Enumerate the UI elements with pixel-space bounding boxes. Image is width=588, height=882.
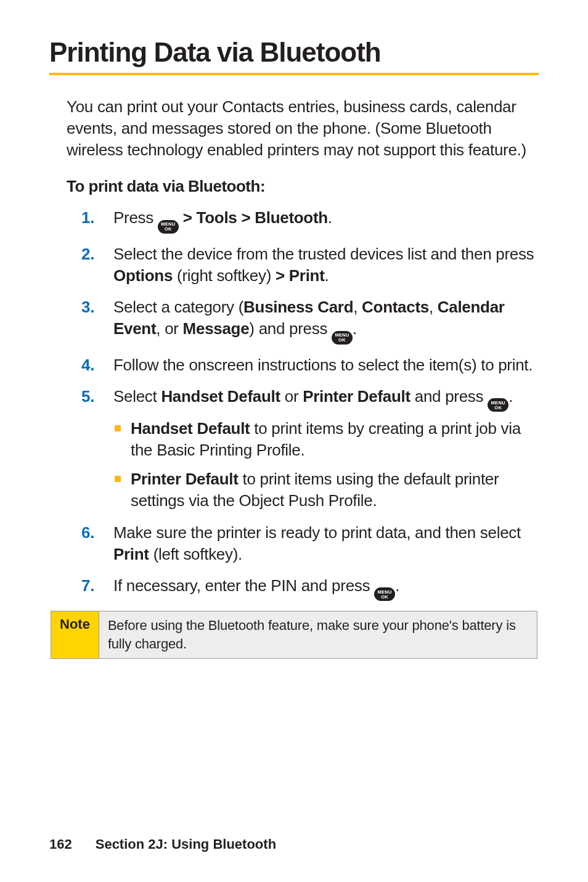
step-text: , bbox=[353, 298, 362, 316]
intro-paragraph: You can print out your Contacts entries,… bbox=[67, 96, 536, 161]
step-text: (left softkey). bbox=[149, 545, 242, 563]
step-text: Select bbox=[113, 387, 161, 406]
step-bold: Print bbox=[113, 545, 149, 563]
step-text: Select the device from the trusted devic… bbox=[113, 245, 534, 263]
step-text: . bbox=[508, 387, 513, 406]
step-1: Press MENUOK > Tools > Bluetooth. bbox=[81, 207, 539, 234]
page-number: 162 bbox=[49, 836, 72, 852]
sub-bold: Handset Default bbox=[131, 419, 250, 438]
step-3: Select a category (Business Card, Contac… bbox=[81, 296, 539, 345]
step-text: (right softkey) bbox=[173, 266, 276, 285]
note-body: Before using the Bluetooth feature, make… bbox=[99, 611, 537, 658]
sub-bold: Printer Default bbox=[131, 470, 239, 488]
note-label: Note bbox=[51, 611, 99, 658]
step-7: If necessary, enter the PIN and press ME… bbox=[81, 575, 539, 602]
step-bold: > Print bbox=[276, 266, 325, 285]
sub-list: Handset Default to print items by creati… bbox=[113, 418, 539, 512]
step-bold: Message bbox=[183, 319, 250, 338]
steps-list: Press MENUOK > Tools > Bluetooth. Select… bbox=[81, 207, 539, 601]
note-box: Note Before using the Bluetooth feature,… bbox=[51, 611, 537, 658]
step-6: Make sure the printer is ready to print … bbox=[81, 522, 539, 565]
step-text: . bbox=[325, 266, 329, 285]
step-text: ) and press bbox=[249, 319, 332, 338]
step-text: . bbox=[328, 208, 332, 227]
step-text: and press bbox=[410, 387, 488, 406]
step-text: If necessary, enter the PIN and press bbox=[113, 576, 374, 595]
page-footer: 162Section 2J: Using Bluetooth bbox=[49, 836, 276, 852]
section-label: Section 2J: Using Bluetooth bbox=[96, 836, 276, 852]
step-text: Follow the onscreen instructions to sele… bbox=[113, 356, 533, 374]
step-text: or bbox=[280, 387, 303, 406]
menu-ok-icon: MENUOK bbox=[374, 587, 395, 601]
procedure-heading: To print data via Bluetooth: bbox=[67, 177, 539, 196]
step-text: Select a category ( bbox=[113, 298, 243, 316]
step-4: Follow the onscreen instructions to sele… bbox=[81, 354, 539, 376]
menu-ok-icon: MENUOK bbox=[158, 220, 179, 234]
step-bold: Options bbox=[113, 266, 173, 285]
step-bold: Contacts bbox=[362, 298, 429, 316]
step-text: , or bbox=[156, 319, 182, 338]
step-text: . bbox=[395, 576, 399, 595]
sub-item-printer-default: Printer Default to print items using the… bbox=[113, 468, 539, 512]
sub-item-handset-default: Handset Default to print items by creati… bbox=[113, 418, 539, 461]
step-5: Select Handset Default or Printer Defaul… bbox=[81, 386, 539, 512]
step-text: , bbox=[429, 298, 438, 316]
step-text: Press bbox=[113, 208, 158, 227]
step-bold: Printer Default bbox=[303, 387, 410, 406]
step-text: Make sure the printer is ready to print … bbox=[113, 523, 521, 542]
step-2: Select the device from the trusted devic… bbox=[81, 243, 539, 287]
step-bold: > Tools > Bluetooth bbox=[179, 208, 328, 227]
step-bold: Handset Default bbox=[161, 387, 280, 406]
menu-ok-icon: MENUOK bbox=[332, 331, 353, 345]
menu-ok-icon: MENUOK bbox=[488, 398, 508, 412]
page-title: Printing Data via Bluetooth bbox=[49, 37, 539, 68]
step-bold: Business Card bbox=[243, 298, 353, 316]
step-text: . bbox=[353, 319, 357, 338]
title-rule bbox=[49, 73, 539, 75]
